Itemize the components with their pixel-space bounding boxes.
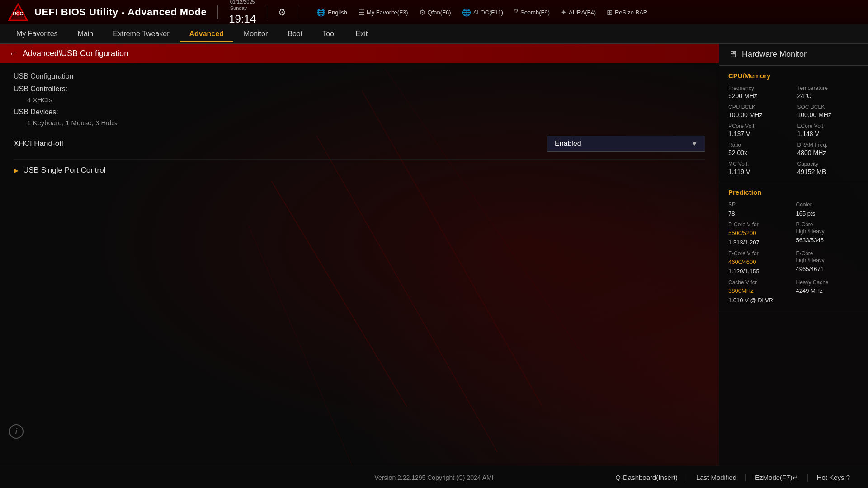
shortcut-ai-oc-label: AI OC(F11) [473,9,503,16]
nav-main[interactable]: Main [69,26,103,42]
shortcut-english-label: English [328,9,347,16]
left-panel: ← Advanced\USB Configuration USB Configu… [0,44,719,466]
pcore-volt-item: PCore Volt. 1.137 V [728,123,790,137]
header: ROG UEFI BIOS Utility - Advanced Mode 01… [0,0,868,44]
usb-config-label: USB Configuration [14,72,705,80]
header-shortcuts: 🌐 English ☰ My Favorite(F3) ⚙ Qfan(F6) 🌐… [312,6,861,19]
shortcut-qfan[interactable]: ⚙ Qfan(F6) [415,6,456,19]
mc-volt-label: MC Volt. [728,161,790,167]
hw-monitor-header: 🖥 Hardware Monitor [719,44,868,66]
shortcut-my-favorite[interactable]: ☰ My Favorite(F3) [354,6,413,19]
xhci-value: Enabled [555,140,581,148]
question-icon: ? [514,8,518,16]
heavy-cache-item: Heavy Cache 4249 MHz [796,279,859,305]
fan-icon: ⚙ [419,8,425,17]
cooler-label: Cooler [796,202,859,209]
cpu-bclk-item: CPU BCLK 100.00 MHz [728,104,790,118]
usb-single-port-label: USB Single Port Control [23,166,105,175]
pcore-light-item: P-CoreLight/Heavy 5633/5345 [796,221,859,247]
usb-controllers-value: 4 XHCIs [14,96,705,103]
footer: Version 2.22.1295 Copyright (C) 2024 AMI… [0,466,868,488]
shortcut-search[interactable]: ? Search(F9) [509,6,554,18]
globe-icon: 🌐 [316,8,326,17]
nav-exit[interactable]: Exit [347,26,377,42]
ratio-label: Ratio [728,142,790,148]
cooler-value: 165 pts [796,210,859,218]
dram-freq-item: DRAM Freq. 4800 MHz [797,142,859,156]
cpu-memory-title: CPU/Memory [728,72,859,80]
dram-freq-label: DRAM Freq. [797,142,859,148]
usb-single-port-control[interactable]: ▶ USB Single Port Control [14,160,705,181]
cache-v-label: Cache V for [728,279,792,286]
hot-keys-button[interactable]: Hot Keys ? [808,474,859,481]
sp-item: SP 78 [728,202,792,218]
sp-label: SP [728,202,792,209]
cooler-item: Cooler 165 pts [796,202,859,218]
nav-tool[interactable]: Tool [313,26,344,42]
rog-logo: ROG [7,3,29,21]
shortcut-qfan-label: Qfan(F6) [428,9,451,16]
pcore-v-label: P-Core V for [728,221,792,229]
xhci-label: XHCI Hand-off [14,139,63,148]
last-modified-button[interactable]: Last Modified [687,474,746,481]
header-divider [217,5,218,19]
cpu-memory-grid: Frequency 5200 MHz Temperature 24°C CPU … [728,85,859,175]
logo-area: ROG UEFI BIOS Utility - Advanced Mode [7,3,207,21]
shortcut-resize-bar[interactable]: ⊞ ReSize BAR [602,6,652,19]
ratio-value: 52.00x [728,149,790,156]
prediction-section: Prediction SP 78 Cooler 165 pts P-Core V… [719,182,868,311]
back-button[interactable]: ← [9,48,18,59]
soc-bclk-value: 100.00 MHz [797,111,859,118]
xhci-hand-off-row: XHCI Hand-off Enabled ▼ [14,128,705,160]
shortcut-ai-oc[interactable]: 🌐 AI OC(F11) [458,6,508,19]
ez-mode-button[interactable]: EzMode(F7)↵ [746,474,808,482]
capacity-value: 49152 MB [797,168,859,175]
nav-bar: My Favorites Main Extreme Tweaker Advanc… [0,24,868,43]
cache-v-value: 1.010 V @ DLVR [728,296,792,305]
shortcut-my-favorite-label: My Favorite(F3) [367,9,408,16]
footer-version: Version 2.22.1295 Copyright (C) 2024 AMI [374,474,493,481]
shortcut-english[interactable]: 🌐 English [312,6,352,19]
footer-buttons: Q-Dashboard(Insert) Last Modified EzMode… [606,474,868,482]
shortcut-resize-bar-label: ReSize BAR [615,9,647,16]
ecore-light-item: E-CoreLight/Heavy 4965/4671 [796,250,859,276]
temperature-item: Temperature 24°C [797,85,859,99]
mc-volt-value: 1.119 V [728,168,790,175]
shortcut-aura[interactable]: ✦ AURA(F4) [556,6,600,19]
date-display: 01/12/2025 Sunday [230,0,255,12]
ecore-volt-item: ECore Volt. 1.148 V [797,123,859,137]
dram-freq-value: 4800 MHz [797,149,859,156]
nav-advanced[interactable]: Advanced [180,26,232,42]
mc-volt-item: MC Volt. 1.119 V [728,161,790,175]
heavy-cache-value: 4249 MHz [796,287,859,295]
info-icon[interactable]: i [9,424,24,439]
frequency-value: 5200 MHz [728,92,790,99]
main-content: ← Advanced\USB Configuration USB Configu… [0,44,868,466]
pcore-volt-value: 1.137 V [728,130,790,137]
ecore-volt-value: 1.148 V [797,130,859,137]
right-panel: 🖥 Hardware Monitor CPU/Memory Frequency … [719,44,868,466]
cpu-memory-section: CPU/Memory Frequency 5200 MHz Temperatur… [719,66,868,182]
nav-monitor[interactable]: Monitor [235,26,277,42]
usb-devices-label: USB Devices: [14,108,705,116]
q-dashboard-button[interactable]: Q-Dashboard(Insert) [606,474,687,481]
shortcut-search-label: Search(F9) [520,9,550,16]
settings-icon[interactable]: ⚙ [278,7,286,18]
ecore-v-item: E-Core V for 4600/4600 1.129/1.155 [728,250,792,276]
temperature-label: Temperature [797,85,859,91]
temperature-value: 24°C [797,92,859,99]
ecore-v-label: E-Core V for [728,250,792,258]
nav-extreme-tweaker[interactable]: Extreme Tweaker [104,26,178,42]
ecore-volt-label: ECore Volt. [797,123,859,129]
xhci-dropdown[interactable]: Enabled ▼ [547,136,705,152]
soc-bclk-label: SOC BCLK [797,104,859,110]
nav-my-favorites[interactable]: My Favorites [7,26,67,42]
usb-controllers-label: USB Controllers: [14,85,705,93]
ai-icon: 🌐 [462,8,471,17]
frequency-label: Frequency [728,85,790,91]
nav-boot[interactable]: Boot [278,26,311,42]
header-divider-3 [297,5,297,19]
pcore-v-value: 1.313/1.207 [728,239,792,247]
menu-icon: ☰ [358,8,364,17]
pcore-light-label: P-CoreLight/Heavy [796,221,859,235]
